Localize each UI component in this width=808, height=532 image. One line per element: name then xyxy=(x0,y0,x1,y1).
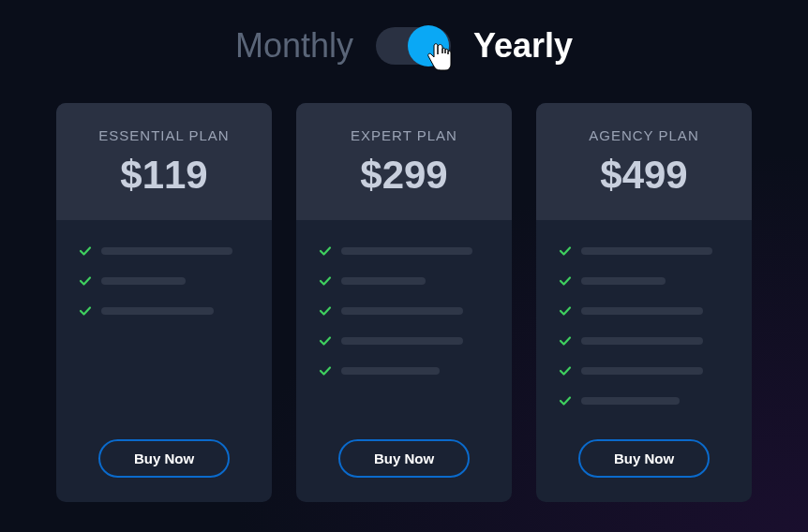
buy-row: Buy Now xyxy=(56,434,272,502)
check-icon xyxy=(79,274,92,288)
feature-placeholder-bar xyxy=(581,277,666,285)
check-icon xyxy=(559,334,572,347)
plan-name: EXPERT PLAN xyxy=(315,127,493,143)
plan-card: AGENCY PLAN$499Buy Now xyxy=(536,103,752,502)
feature-placeholder-bar xyxy=(341,307,463,315)
buy-now-button[interactable]: Buy Now xyxy=(98,439,230,478)
billing-toggle[interactable] xyxy=(376,27,451,65)
features-list xyxy=(56,220,272,434)
check-icon xyxy=(79,244,92,258)
feature-item xyxy=(319,334,489,347)
feature-item xyxy=(319,274,489,288)
check-icon xyxy=(319,274,332,288)
feature-item xyxy=(79,244,249,258)
feature-placeholder-bar xyxy=(101,247,232,255)
toggle-knob xyxy=(408,25,449,66)
feature-item xyxy=(559,274,729,288)
billing-toggle-row: Monthly Yearly xyxy=(0,0,808,103)
feature-placeholder-bar xyxy=(581,307,703,315)
feature-placeholder-bar xyxy=(581,397,680,405)
feature-item xyxy=(559,334,729,347)
check-icon xyxy=(559,364,572,377)
check-icon xyxy=(319,244,332,258)
feature-item xyxy=(559,304,729,318)
check-icon xyxy=(319,364,332,377)
plan-name: AGENCY PLAN xyxy=(555,127,733,143)
feature-placeholder-bar xyxy=(341,367,440,375)
feature-placeholder-bar xyxy=(341,277,426,285)
plans-container: ESSENTIAL PLAN$119Buy NowEXPERT PLAN$299… xyxy=(0,103,808,502)
feature-item xyxy=(559,394,729,407)
plan-header: ESSENTIAL PLAN$119 xyxy=(56,103,272,220)
feature-placeholder-bar xyxy=(581,367,703,375)
check-icon xyxy=(559,274,572,288)
feature-item xyxy=(559,244,729,258)
plan-card: ESSENTIAL PLAN$119Buy Now xyxy=(56,103,272,502)
yearly-label[interactable]: Yearly xyxy=(473,26,573,66)
check-icon xyxy=(319,334,332,347)
feature-placeholder-bar xyxy=(101,277,186,285)
feature-placeholder-bar xyxy=(581,247,712,255)
buy-row: Buy Now xyxy=(536,434,752,502)
plan-price: $119 xyxy=(75,153,253,198)
plan-name: ESSENTIAL PLAN xyxy=(75,127,253,143)
check-icon xyxy=(319,304,332,318)
buy-row: Buy Now xyxy=(296,434,512,502)
check-icon xyxy=(79,304,92,318)
feature-item xyxy=(319,364,489,377)
feature-placeholder-bar xyxy=(341,247,472,255)
plan-header: AGENCY PLAN$499 xyxy=(536,103,752,220)
feature-item xyxy=(559,364,729,377)
buy-now-button[interactable]: Buy Now xyxy=(338,439,470,478)
check-icon xyxy=(559,244,572,258)
check-icon xyxy=(559,394,572,407)
feature-placeholder-bar xyxy=(101,307,214,315)
plan-header: EXPERT PLAN$299 xyxy=(296,103,512,220)
features-list xyxy=(296,220,512,434)
plan-card: EXPERT PLAN$299Buy Now xyxy=(296,103,512,502)
feature-placeholder-bar xyxy=(581,337,703,345)
plan-price: $299 xyxy=(315,153,493,198)
plan-price: $499 xyxy=(555,153,733,198)
feature-item xyxy=(319,304,489,318)
feature-item xyxy=(319,244,489,258)
feature-placeholder-bar xyxy=(341,337,463,345)
features-list xyxy=(536,220,752,434)
feature-item xyxy=(79,304,249,318)
buy-now-button[interactable]: Buy Now xyxy=(578,439,710,478)
monthly-label[interactable]: Monthly xyxy=(235,26,353,66)
check-icon xyxy=(559,304,572,318)
feature-item xyxy=(79,274,249,288)
